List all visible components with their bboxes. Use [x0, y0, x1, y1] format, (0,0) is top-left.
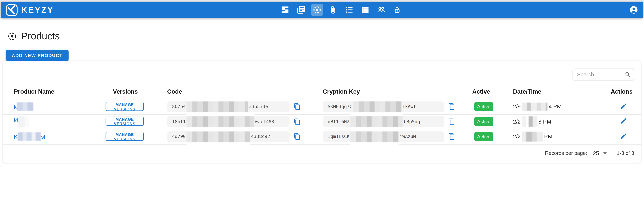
records-per-page-label: Records per page:	[545, 150, 587, 156]
account-circle-icon[interactable]	[629, 5, 638, 14]
copy-icon[interactable]	[448, 103, 455, 110]
cryption-key-value: Iqm1EsCKiWAzuM	[323, 131, 444, 142]
redacted-text	[350, 128, 399, 146]
redacted-text	[18, 132, 41, 141]
edit-icon[interactable]	[620, 132, 627, 140]
edit-icon[interactable]	[620, 102, 627, 110]
code-value: 18bf10ac1488	[167, 116, 290, 127]
product-name-link[interactable]: Kst	[14, 134, 46, 140]
cryption-key-value: SKMH3qq7CikAwf	[323, 101, 444, 112]
redacted-text	[186, 128, 250, 146]
status-badge: Active	[474, 102, 493, 111]
product-name-link[interactable]: kl	[14, 117, 29, 124]
products-target-icon-dark	[8, 32, 17, 41]
status-badge: Active	[474, 117, 493, 126]
header-product-name: Product Name	[14, 88, 106, 95]
header-active: Active	[472, 88, 513, 95]
code-value: 807b4336533e	[167, 101, 290, 112]
copy-icon[interactable]	[294, 133, 300, 140]
search-icon	[624, 72, 631, 78]
app-bar: KEYZY	[1, 2, 643, 18]
status-badge: Active	[474, 132, 493, 141]
manage-versions-button[interactable]: MANAGE VERSIONS	[106, 132, 144, 141]
window-frame: KEYZY	[0, 0, 644, 18]
products-card: Product Name Versions Code Cryption Key …	[3, 61, 641, 162]
brand-name: KEYZY	[22, 5, 54, 14]
pagination-bar: Records per page: 25 1-3 of 3	[3, 144, 641, 156]
products-table: Product Name Versions Code Cryption Key …	[3, 84, 641, 144]
pagination-range: 1-3 of 3	[617, 150, 634, 156]
copy-icon[interactable]	[294, 103, 300, 110]
product-name-link[interactable]: k	[14, 104, 33, 110]
header-cryption-key: Cryption Key	[323, 88, 472, 95]
library-books-icon[interactable]	[295, 4, 307, 16]
brand-logo[interactable]: KEYZY	[5, 4, 54, 16]
table-header-row: Product Name Versions Code Cryption Key …	[3, 84, 641, 99]
manage-versions-button[interactable]: MANAGE VERSIONS	[106, 102, 144, 111]
add-new-product-button[interactable]: ADD NEW PRODUCT	[6, 50, 68, 61]
products-target-icon[interactable]	[311, 4, 323, 16]
keyzy-logo-icon	[5, 4, 18, 16]
copy-icon[interactable]	[448, 118, 455, 125]
date-time-value: 2/2PM	[513, 132, 611, 142]
date-time-value: 2/28 PM	[513, 116, 611, 127]
chevron-down-icon	[603, 152, 607, 154]
search-row	[3, 61, 641, 80]
header-versions: Versions	[106, 88, 167, 95]
nav-icon-bar	[279, 2, 404, 18]
header-code: Code	[167, 88, 323, 95]
copy-icon[interactable]	[294, 118, 300, 125]
header-actions: Actions	[611, 88, 641, 95]
dashboard-icon[interactable]	[279, 4, 291, 16]
code-value: 4d790c338c92	[167, 131, 290, 142]
redacted-text	[17, 102, 33, 111]
table-list-icon[interactable]	[359, 4, 371, 16]
search-box	[572, 68, 634, 80]
page-title: Products	[21, 30, 60, 42]
cryption-key-value: dBT1i6N2bBpSoq	[323, 116, 444, 127]
copy-icon[interactable]	[448, 133, 455, 140]
redacted-text	[18, 116, 29, 127]
paperclip-icon[interactable]	[327, 4, 339, 16]
table-row: kl MANAGE VERSIONS 18bf10ac1488 dBT1i6N2…	[3, 114, 641, 129]
redacted-text	[522, 132, 543, 142]
table-row: Kst MANAGE VERSIONS 4d790c338c92 Iqm1EsC…	[3, 129, 641, 144]
lock-open-icon[interactable]	[391, 4, 403, 16]
header-date-time: Date/Time	[513, 88, 611, 95]
people-icon[interactable]	[375, 4, 387, 16]
page: KEYZY	[0, 0, 644, 217]
records-per-page-select[interactable]: 25	[593, 150, 607, 156]
page-header: Products	[8, 30, 644, 42]
table-row: k MANAGE VERSIONS 807b4336533e SKMH3qq7C…	[3, 99, 641, 114]
bulleted-list-icon[interactable]	[343, 4, 355, 16]
manage-versions-button[interactable]: MANAGE VERSIONS	[106, 117, 144, 126]
date-time-value: 2/94 PM	[513, 102, 611, 111]
redacted-text	[522, 102, 548, 111]
redacted-text	[522, 116, 537, 127]
edit-icon[interactable]	[620, 118, 627, 124]
